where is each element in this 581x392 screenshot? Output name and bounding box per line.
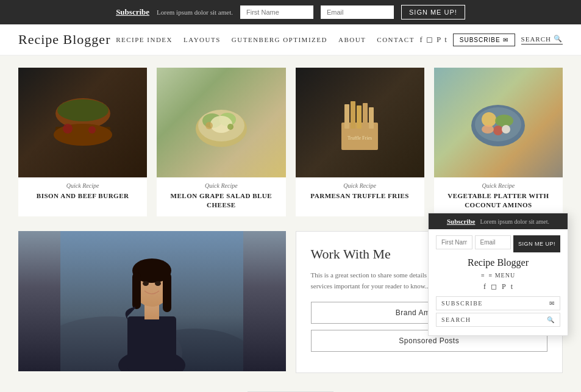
nav-search[interactable]: SEARCH 🔍 [521, 35, 563, 45]
popup-email-input[interactable] [475, 235, 511, 249]
nav-about[interactable]: ABOUT [338, 36, 366, 43]
svg-point-23 [495, 115, 513, 127]
svg-point-4 [63, 124, 73, 134]
twitter-icon[interactable]: t [444, 35, 447, 45]
svg-rect-16 [357, 105, 362, 129]
main-navigation: Recipe Blogger RECIPE INDEX LAYOUTS GUTE… [0, 24, 581, 55]
subscribe-email-input[interactable] [321, 5, 394, 19]
popup-site-title: Recipe Blogger [436, 257, 560, 268]
svg-rect-31 [127, 316, 176, 371]
popup-pinterest-icon[interactable]: P [502, 282, 506, 291]
work-with-me-box: Work With Me This is a great section to … [296, 231, 563, 373]
svg-rect-15 [351, 101, 355, 129]
popup-firstname-input[interactable] [436, 235, 472, 249]
popup-signup-button[interactable]: SIGN ME UP! [513, 235, 560, 252]
recipe-card-fries[interactable]: Truffle Fries Quick Recipe PARMESAN TRUF… [296, 68, 424, 216]
svg-point-2 [54, 124, 112, 146]
svg-point-26 [502, 125, 510, 134]
popup-subscribe-link[interactable]: SUBSCRIBE ✉ [436, 296, 560, 310]
recipe-card-salad[interactable]: Quick Recipe MELON GRAPE SALAD BLUE CHEE… [157, 68, 285, 216]
popup-social-icons: f ◻ P t [436, 282, 560, 291]
bottom-section: Work With Me This is a great section to … [18, 231, 563, 373]
svg-point-12 [227, 124, 233, 130]
popup-fields: SIGN ME UP! [436, 235, 560, 252]
pinterest-icon[interactable]: P [437, 35, 441, 45]
popup-subscribe-overlay: Subscribe Lorem ipsum dolor sit amet. SI… [428, 213, 568, 336]
quick-recipe-label-4: Quick Recipe [482, 182, 515, 189]
social-icons: f ◻ P t [420, 35, 447, 45]
site-title: Recipe Blogger [18, 32, 110, 48]
recipe-grid: Quick Recipe BISON AND BEEF BURGER [18, 68, 563, 216]
recipe-title-1: BISON AND BEEF BURGER [32, 191, 134, 207]
envelope-icon: ✉ [503, 37, 508, 43]
nav-subscribe-button[interactable]: SUBSCRIBE ✉ [453, 34, 515, 46]
svg-point-24 [493, 126, 503, 135]
popup-facebook-icon[interactable]: f [483, 282, 486, 291]
subscribe-bar-title: Subscribe [116, 7, 149, 17]
content-area: Quick Recipe BISON AND BEEF BURGER [0, 55, 581, 385]
popup-instagram-icon[interactable]: ◻ [491, 282, 497, 291]
popup-menu: ≡ ≡ MENU [436, 272, 560, 279]
nav-links: RECIPE INDEX LAYOUTS GUTENBERG OPTIMIZED… [116, 36, 415, 43]
recipe-card-burger[interactable]: Quick Recipe BISON AND BEEF BURGER [18, 68, 147, 216]
svg-point-11 [205, 122, 213, 129]
nav-contact[interactable]: CONTACT [377, 36, 415, 43]
person-image [18, 231, 286, 371]
quick-recipe-label-2: Quick Recipe [205, 182, 238, 189]
svg-point-37 [143, 281, 149, 286]
menu-icon: ≡ [481, 272, 485, 279]
subscribe-bar-button[interactable]: SIGN ME UP! [401, 5, 465, 20]
popup-search-icon: 🔍 [547, 316, 555, 323]
fries-placeholder: Truffle Fries [296, 68, 424, 177]
popup-subscribe-desc: Lorem ipsum dolor sit amet. [480, 218, 549, 225]
facebook-icon[interactable]: f [420, 35, 422, 45]
nav-recipe-index[interactable]: RECIPE INDEX [116, 36, 173, 43]
search-icon: 🔍 [554, 35, 563, 43]
svg-point-38 [155, 281, 161, 286]
svg-rect-14 [344, 104, 349, 129]
recipe-image-burger [18, 68, 147, 177]
recipe-title-2: MELON GRAPE SALAD BLUE CHEESE [157, 191, 285, 216]
nav-right: f ◻ P t SUBSCRIBE ✉ SEARCH 🔍 [420, 34, 563, 46]
subscribe-bar: Subscribe Lorem ipsum dolor sit amet. SI… [0, 0, 581, 24]
popup-subscribe-bar: Subscribe Lorem ipsum dolor sit amet. [429, 213, 568, 229]
popup-search-link[interactable]: SEARCH 🔍 [436, 313, 560, 327]
svg-rect-36 [163, 273, 171, 312]
quick-recipe-label-1: Quick Recipe [66, 182, 99, 189]
svg-point-25 [482, 125, 494, 134]
svg-point-22 [482, 112, 496, 127]
subscribe-bar-description: Lorem ipsum dolor sit amet. [157, 9, 233, 16]
salad-placeholder [157, 68, 285, 177]
instagram-icon[interactable]: ◻ [426, 35, 433, 45]
recipe-image-salad [157, 68, 285, 177]
popup-twitter-icon[interactable]: t [511, 282, 513, 291]
nav-gutenberg[interactable]: GUTENBERG OPTIMIZED [232, 36, 327, 43]
subscribe-firstname-input[interactable] [240, 5, 313, 19]
svg-rect-18 [369, 107, 374, 129]
quick-recipe-label-3: Quick Recipe [343, 182, 376, 189]
recipe-image-platter [434, 68, 563, 177]
recipe-title-3: PARMESAN TRUFFLE FRIES [305, 191, 414, 207]
svg-rect-35 [132, 273, 141, 309]
popup-inner: SIGN ME UP! Recipe Blogger ≡ ≡ MENU f ◻ … [429, 229, 568, 335]
burger-placeholder [18, 68, 147, 177]
popup-envelope-icon: ✉ [549, 300, 555, 307]
platter-placeholder [434, 68, 563, 177]
svg-point-3 [57, 99, 109, 121]
nav-layouts[interactable]: LAYOUTS [184, 36, 221, 43]
recipe-card-platter[interactable]: Quick Recipe VEGETABLE PLATTER WITH COCO… [434, 68, 563, 216]
svg-text:Truffle Fries: Truffle Fries [348, 135, 372, 141]
svg-point-5 [88, 126, 96, 134]
recipe-image-fries: Truffle Fries [296, 68, 424, 177]
popup-menu-label: ≡ MENU [489, 272, 516, 279]
popup-subscribe-title: Subscribe [447, 218, 475, 225]
svg-rect-17 [363, 103, 368, 129]
